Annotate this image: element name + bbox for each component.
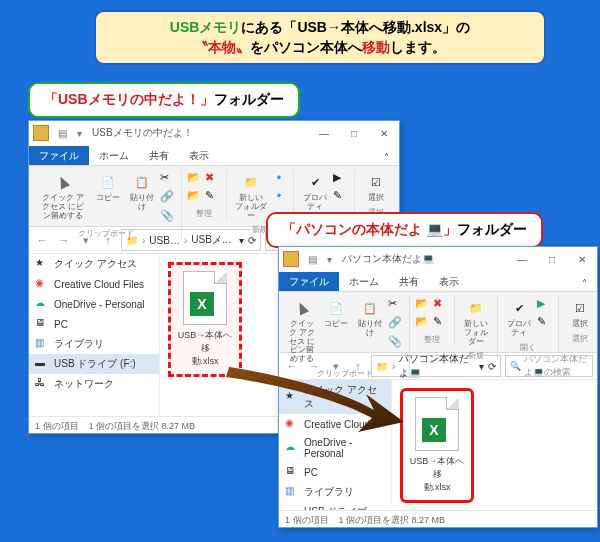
tab-view[interactable]: 表示 (429, 272, 469, 291)
close-button[interactable]: ✕ (369, 121, 399, 145)
pin-quickaccess-button[interactable]: クイック アクセス にピン留めする (285, 296, 319, 366)
title-bar[interactable]: ▤ ▾ パソコン本体だよ💻 — □ ✕ (279, 247, 597, 271)
chevron-icon[interactable]: › (142, 235, 145, 246)
tab-share[interactable]: 共有 (389, 272, 429, 291)
nav-usb-drive[interactable]: ▬USB ドライブ (F:) (279, 502, 391, 510)
group-select-label: 選択 (572, 333, 588, 344)
window-title: USBメモリの中だよ！ (92, 126, 193, 140)
nav-pc[interactable]: 🖥PC (29, 314, 159, 334)
chevron-icon[interactable]: › (184, 235, 187, 246)
nav-pane[interactable]: ★クイック アクセス ◉Creative Cloud Files ☁OneDri… (29, 254, 160, 416)
delete-icon[interactable]: ✖ (205, 171, 221, 187)
tab-share[interactable]: 共有 (139, 146, 179, 165)
edit-icon[interactable]: ✎ (537, 315, 553, 331)
minimize-button[interactable]: — (309, 121, 339, 145)
nav-pc[interactable]: 🖥PC (279, 462, 391, 482)
nav-libraries[interactable]: ▥ライブラリ (29, 334, 159, 354)
maximize-button[interactable]: □ (339, 121, 369, 145)
excel-icon: X (190, 292, 214, 316)
breadcrumb-segment[interactable]: パソコン本体だよ💻 (399, 352, 475, 380)
copy-path-icon[interactable]: 🔗 (388, 316, 404, 332)
tab-file[interactable]: ファイル (279, 272, 339, 291)
properties-button[interactable]: ✔プロパティ (502, 296, 536, 340)
tab-view[interactable]: 表示 (179, 146, 219, 165)
edit-icon[interactable]: ✎ (333, 189, 349, 205)
content-pane[interactable]: X USB→本体へ移 動.xlsx (392, 380, 597, 510)
open-icon[interactable]: ▶ (537, 297, 553, 313)
up-button[interactable]: ↑ (99, 231, 117, 249)
select-button[interactable]: ☑ 選択 (359, 170, 393, 205)
rename-icon[interactable]: ✎ (205, 189, 221, 205)
copy-to-icon[interactable]: 📂 (415, 315, 431, 331)
nav-network[interactable]: 🖧ネットワーク (29, 374, 159, 394)
cut-icon[interactable]: ✂ (160, 171, 176, 187)
nav-usb-drive[interactable]: ▬USB ドライブ (F:) (29, 354, 159, 374)
properties-button[interactable]: ✔ プロパティ (298, 170, 332, 214)
file-item-target[interactable]: X USB→本体へ移 動.xlsx (400, 388, 474, 503)
paste-shortcut-icon[interactable]: 📎 (388, 335, 404, 351)
cut-icon[interactable]: ✂ (388, 297, 404, 313)
pin-quickaccess-button[interactable]: クイック アクセス にピン留めする (35, 170, 91, 222)
folder-icon (283, 251, 299, 267)
nav-creative-cloud[interactable]: ◉Creative Cloud Files (29, 274, 159, 294)
ribbon-toggle-icon[interactable]: ˄ (572, 275, 597, 291)
move-to-icon[interactable]: 📂 (415, 297, 431, 313)
maximize-button[interactable]: □ (537, 247, 567, 271)
group-organize-label: 整理 (424, 334, 440, 345)
dropdown-icon[interactable]: ▾ (479, 361, 484, 372)
recent-dropdown[interactable]: ▾ (77, 231, 95, 249)
copy-path-icon[interactable]: 🔗 (160, 190, 176, 206)
rename-icon[interactable]: ✎ (433, 315, 449, 331)
cc-icon: ◉ (35, 277, 49, 291)
new-folder-icon: 📁 (241, 172, 261, 192)
paste-button[interactable]: 📋 貼り付け (125, 170, 159, 214)
breadcrumb-segment[interactable]: USB… (149, 235, 180, 246)
nav-libraries[interactable]: ▥ライブラリ (279, 482, 391, 502)
tab-home[interactable]: ホーム (89, 146, 139, 165)
dropdown-icon[interactable]: ▾ (239, 235, 244, 246)
back-button[interactable]: ← (33, 231, 51, 249)
pc-icon: 🖥 (285, 465, 299, 479)
address-bar[interactable]: 📁 › USB… › USBメ… ▾ ⟳ (121, 229, 261, 251)
search-input[interactable]: 🔍 パソコン本体だよ💻の検索 (505, 355, 593, 377)
breadcrumb-segment[interactable]: USBメ… (191, 233, 232, 247)
new-item-icon[interactable]: 🔹 (272, 171, 288, 187)
folder-icon: 📁 (126, 235, 138, 246)
usb-icon: ▬ (35, 357, 49, 371)
nav-onedrive[interactable]: ☁OneDrive - Personal (29, 294, 159, 314)
ribbon-toggle-icon[interactable]: ˄ (374, 149, 399, 165)
ribbon-tabs: ファイル ホーム 共有 表示 ˄ (279, 271, 597, 292)
paste-shortcut-icon[interactable]: 📎 (160, 209, 176, 225)
title-bar[interactable]: ▤ ▾ USBメモリの中だよ！ — □ ✕ (29, 121, 399, 145)
select-button[interactable]: ☑選択 (563, 296, 597, 331)
qat-dropdown-icon[interactable]: ▾ (322, 252, 336, 266)
copy-button[interactable]: 📄 コピー (91, 170, 125, 205)
delete-icon[interactable]: ✖ (433, 297, 449, 313)
qat-props-icon[interactable]: ▤ (55, 126, 69, 140)
properties-icon: ✔ (305, 172, 325, 192)
refresh-icon[interactable]: ⟳ (248, 235, 256, 246)
qat-props-icon[interactable]: ▤ (305, 252, 319, 266)
move-to-icon[interactable]: 📂 (187, 171, 203, 187)
tab-home[interactable]: ホーム (339, 272, 389, 291)
select-icon: ☑ (366, 172, 386, 192)
refresh-icon[interactable]: ⟳ (488, 361, 496, 372)
ribbon: クイック アクセス にピン留めする 📄コピー 📋貼り付け ✂ 🔗 📎 クリップボ… (279, 292, 597, 353)
new-folder-button[interactable]: 📁 新しい フォルダー (231, 170, 271, 222)
easy-access-icon[interactable]: 🔹 (272, 189, 288, 205)
tab-file[interactable]: ファイル (29, 146, 89, 165)
ribbon-tabs: ファイル ホーム 共有 表示 ˄ (29, 145, 399, 166)
drag-arrow-icon (224, 362, 404, 442)
qat-dropdown-icon[interactable]: ▾ (72, 126, 86, 140)
new-folder-button[interactable]: 📁新しい フォルダー (459, 296, 493, 348)
open-icon[interactable]: ▶ (333, 171, 349, 187)
minimize-button[interactable]: — (507, 247, 537, 271)
nav-quick-access[interactable]: ★クイック アクセス (29, 254, 159, 274)
usb-folder-callout: 「USBメモリの中だよ！」フォルダー (28, 82, 300, 118)
paste-button[interactable]: 📋貼り付け (353, 296, 387, 340)
forward-button[interactable]: → (55, 231, 73, 249)
close-button[interactable]: ✕ (567, 247, 597, 271)
copy-to-icon[interactable]: 📂 (187, 189, 203, 205)
copy-button[interactable]: 📄コピー (319, 296, 353, 331)
file-item-dragging[interactable]: X USB→本体へ移 動.xlsx (168, 262, 242, 377)
